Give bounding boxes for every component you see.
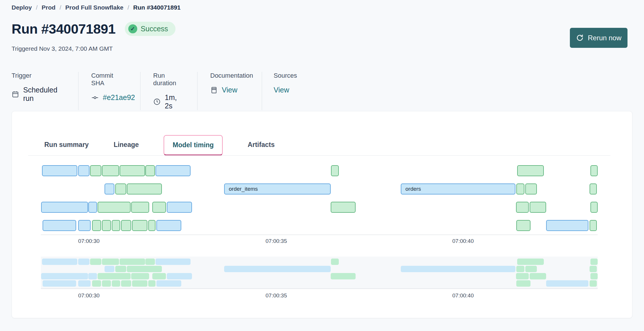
breadcrumb-prod[interactable]: Prod: [42, 4, 56, 11]
gantt-bar[interactable]: [102, 220, 111, 231]
minimap-bar: [78, 280, 91, 287]
gantt-bar[interactable]: [331, 165, 339, 176]
commit-sha-link[interactable]: #e21ae92: [103, 93, 135, 102]
gantt-bar[interactable]: [42, 165, 77, 176]
minimap-bar: [115, 266, 126, 272]
status-badge-label: Success: [141, 25, 168, 33]
meta-documentation: Documentation View: [197, 72, 262, 110]
axis-tick-label: 07:00:40: [452, 292, 474, 299]
gantt-bar[interactable]: [132, 220, 147, 231]
gantt-bar[interactable]: [105, 183, 114, 194]
gantt-bar-label: orders: [401, 184, 515, 194]
gantt-bar[interactable]: [590, 165, 598, 176]
tab-run-summary[interactable]: Run summary: [44, 141, 89, 149]
triggered-timestamp: Triggered Nov 3, 2024, 7:00 AM GMT: [12, 45, 113, 52]
gantt-bar[interactable]: [590, 183, 597, 194]
gantt-bar[interactable]: [78, 220, 91, 231]
minimap-axis-labels: 07:00:3007:00:3507:00:40: [41, 292, 598, 299]
gantt-bar[interactable]: [102, 165, 119, 176]
status-badge: ✓ Success: [125, 22, 175, 36]
gantt-bar[interactable]: [517, 165, 544, 176]
gantt-bar[interactable]: [530, 202, 546, 213]
meta-label: Sources: [274, 72, 297, 79]
tab-bar: Run summary Lineage Model timing Artifac…: [44, 134, 275, 155]
minimap-bar: [152, 273, 166, 279]
gantt-bar[interactable]: [546, 220, 588, 231]
minimap-bar: [90, 259, 101, 265]
gantt-bar[interactable]: [120, 165, 145, 176]
meta-label: Run duration: [153, 72, 184, 87]
minimap-bar: [156, 280, 181, 287]
gantt-bar[interactable]: [115, 183, 126, 194]
axis-tick-label: 07:00:35: [266, 238, 287, 244]
gantt-bar[interactable]: [112, 220, 120, 231]
meta-label: Commit SHA: [91, 72, 127, 87]
minimap-bar: [590, 266, 597, 272]
minimap-bar: [120, 259, 145, 265]
gantt-bar[interactable]: [98, 202, 131, 213]
gantt-bar[interactable]: [152, 202, 166, 213]
gantt-bar[interactable]: [121, 220, 131, 231]
commit-icon: [91, 94, 99, 101]
sources-view-link[interactable]: View: [274, 86, 289, 94]
minimap-bar: [590, 259, 598, 265]
gantt-bar-orders[interactable]: orders: [401, 183, 515, 194]
gantt-axis-labels: 07:00:3007:00:3507:00:40: [41, 238, 598, 245]
gantt-bar[interactable]: [331, 202, 356, 213]
gantt-bar[interactable]: [590, 220, 597, 231]
meta-label: Trigger: [12, 72, 65, 79]
gantt-bar-label: order_items: [225, 184, 330, 194]
minimap-bar: [102, 280, 111, 287]
tab-model-timing[interactable]: Model timing: [164, 135, 223, 156]
minimap-bar: [530, 273, 546, 279]
meta-commit-sha: Commit SHA #e21ae92: [78, 72, 140, 110]
gantt-bar[interactable]: [516, 202, 529, 213]
gantt-bar[interactable]: [43, 220, 76, 231]
minimap-bar: [148, 280, 155, 287]
minimap-bar: [517, 259, 544, 265]
meta-run-duration: Run duration 1m, 2s: [140, 72, 197, 110]
gantt-bar[interactable]: [155, 165, 191, 176]
breadcrumb-separator: /: [60, 4, 61, 11]
gantt-bar[interactable]: [127, 183, 162, 194]
gantt-bar[interactable]: [90, 165, 101, 176]
run-detail-card: Run summary Lineage Model timing Artifac…: [12, 111, 632, 318]
gantt-bar[interactable]: [78, 165, 89, 176]
gantt-bar[interactable]: [516, 220, 530, 231]
gantt-minimap[interactable]: [41, 257, 598, 289]
gantt-bar[interactable]: [148, 220, 155, 231]
model-timing-gantt: order_itemsorders: [41, 165, 598, 231]
gantt-bar-order_items[interactable]: order_items: [224, 183, 331, 194]
page-title: Run #340071891: [12, 21, 116, 37]
gantt-bar-order_items: [224, 266, 331, 272]
gantt-bar[interactable]: [590, 202, 598, 213]
gantt-bar[interactable]: [145, 165, 155, 176]
tab-lineage[interactable]: Lineage: [114, 141, 139, 149]
minimap-bar: [78, 259, 89, 265]
run-meta-row: Trigger Scheduled run Commit SHA: [12, 72, 310, 110]
gantt-bar[interactable]: [92, 220, 101, 231]
axis-tick-label: 07:00:40: [452, 238, 474, 244]
rerun-now-button[interactable]: Rerun now: [570, 28, 627, 48]
minimap-bar: [98, 273, 131, 279]
gantt-bar[interactable]: [131, 202, 149, 213]
breadcrumb-environment[interactable]: Prod Full Snowflake: [65, 4, 124, 11]
documentation-view-link[interactable]: View: [222, 86, 237, 94]
gantt-bar[interactable]: [525, 183, 537, 194]
gantt-bar[interactable]: [516, 183, 524, 194]
gantt-bar[interactable]: [41, 202, 88, 213]
gantt-bar[interactable]: [88, 202, 97, 213]
breadcrumb-current-run: Run #340071891: [133, 4, 180, 11]
minimap-bar: [102, 259, 119, 265]
trigger-value: Scheduled run: [23, 86, 65, 103]
gantt-bar[interactable]: [156, 220, 181, 231]
calendar-icon: [12, 90, 19, 98]
run-duration-value: 1m, 2s: [165, 93, 184, 110]
minimap-bar: [92, 280, 101, 287]
breadcrumb-deploy[interactable]: Deploy: [12, 4, 32, 11]
tab-artifacts[interactable]: Artifacts: [248, 141, 275, 149]
run-detail-page: Deploy / Prod / Prod Full Snowflake / Ru…: [0, 0, 644, 331]
minimap-bar: [331, 259, 339, 265]
minimap-bar: [167, 273, 192, 279]
gantt-bar[interactable]: [167, 202, 192, 213]
